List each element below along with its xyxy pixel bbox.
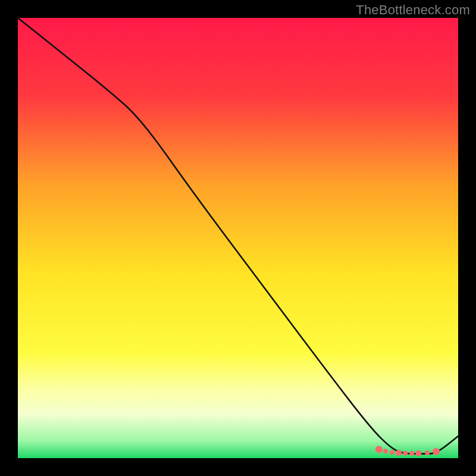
marker-group: [375, 446, 440, 456]
data-marker: [409, 451, 414, 456]
data-marker: [433, 448, 440, 455]
data-marker: [390, 450, 394, 455]
data-marker: [403, 451, 408, 456]
attribution-label: TheBottleneck.com: [356, 2, 470, 18]
data-marker: [415, 450, 421, 456]
bottleneck-curve: [18, 18, 458, 454]
data-marker: [383, 449, 388, 453]
data-marker: [375, 446, 383, 453]
data-marker: [425, 450, 430, 455]
chart-container: TheBottleneck.com: [0, 0, 476, 476]
data-marker: [396, 450, 402, 456]
plot-area: [18, 18, 458, 458]
chart-svg: [18, 18, 458, 458]
